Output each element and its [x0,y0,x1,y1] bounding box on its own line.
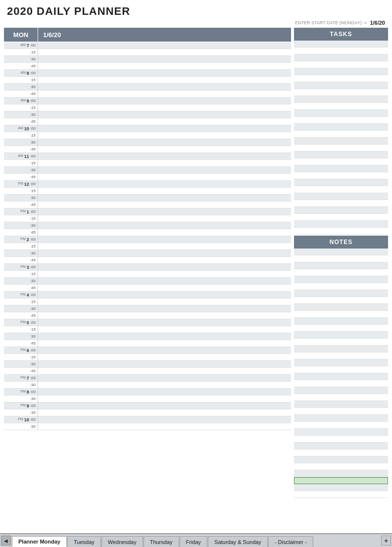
task-row[interactable] [294,214,388,221]
note-row[interactable] [294,477,388,484]
time-row[interactable]: :15 [4,132,291,139]
time-row[interactable]: :45 [4,174,291,181]
time-row[interactable]: :45 [4,340,291,347]
note-row[interactable] [294,262,388,269]
time-row[interactable]: PM5:00 [4,319,291,326]
time-row[interactable]: :45 [4,257,291,264]
tab-nav-prev[interactable]: ◀ [1,536,11,546]
note-row[interactable] [294,304,388,311]
time-row[interactable]: :30 [4,423,291,430]
task-row[interactable] [294,221,388,228]
note-row[interactable] [294,456,388,463]
time-row[interactable]: :45 [4,201,291,208]
task-row[interactable] [294,200,388,207]
time-row[interactable]: :15 [4,271,291,278]
time-row[interactable]: PM10:00 [4,416,291,423]
note-row[interactable] [294,269,388,276]
task-row[interactable] [294,179,388,186]
time-row[interactable]: :30 [4,250,291,257]
tab-add-button[interactable]: + [381,536,391,546]
time-row[interactable]: AM10:00 [4,125,291,132]
time-row[interactable]: :15 [4,354,291,361]
task-row[interactable] [294,89,388,96]
time-row[interactable]: :15 [4,215,291,222]
note-row[interactable] [294,297,388,304]
time-row[interactable]: :15 [4,188,291,195]
time-row[interactable]: :30 [4,396,291,402]
note-row[interactable] [294,429,388,436]
time-row[interactable]: :30 [4,139,291,146]
time-row[interactable]: PM12:00 [4,181,291,188]
task-row[interactable] [294,228,388,235]
time-row[interactable]: :15 [4,298,291,305]
time-row[interactable]: :30 [4,84,291,91]
task-row[interactable] [294,207,388,214]
time-row[interactable]: :15 [4,326,291,333]
note-row[interactable] [294,318,388,325]
time-row[interactable]: AM8:00 [4,70,291,77]
task-row[interactable] [294,138,388,145]
time-row[interactable]: :45 [4,285,291,292]
time-row[interactable]: :30 [4,333,291,340]
time-row[interactable]: PM7:00 [4,375,291,382]
note-row[interactable] [294,436,388,443]
note-row[interactable] [294,408,388,415]
time-row[interactable]: :15 [4,77,291,84]
time-row[interactable]: :30 [4,111,291,118]
note-row[interactable] [294,290,388,297]
task-row[interactable] [294,186,388,193]
time-row[interactable]: :45 [4,63,291,70]
note-row[interactable] [294,352,388,359]
task-row[interactable] [294,82,388,89]
note-row[interactable] [294,415,388,422]
time-row[interactable]: :45 [4,118,291,125]
task-row[interactable] [294,172,388,179]
time-row[interactable]: AM7:00 [4,42,291,49]
task-row[interactable] [294,48,388,54]
task-row[interactable] [294,165,388,172]
task-row[interactable] [294,96,388,103]
time-row[interactable]: :15 [4,243,291,250]
time-row[interactable]: :45 [4,368,291,375]
time-row[interactable]: :45 [4,146,291,153]
tab-saturday--sunday[interactable]: Saturday & Sunday [208,536,268,547]
task-row[interactable] [294,145,388,151]
time-row[interactable]: :15 [4,49,291,56]
tab-thursday[interactable]: Thursday [144,536,179,547]
time-row[interactable]: AM11:00 [4,153,291,160]
time-row[interactable]: :30 [4,382,291,389]
note-row[interactable] [294,359,388,366]
note-row[interactable] [294,484,388,491]
tab-wednesday[interactable]: Wednesday [101,536,143,547]
time-row[interactable]: :30 [4,409,291,416]
note-row[interactable] [294,394,388,401]
note-row[interactable] [294,449,388,456]
note-row[interactable] [294,276,388,283]
task-row[interactable] [294,158,388,165]
task-row[interactable] [294,110,388,117]
time-row[interactable]: :30 [4,195,291,201]
tab-planner-monday[interactable]: Planner Monday [12,536,67,547]
time-row[interactable]: :45 [4,229,291,236]
note-row[interactable] [294,373,388,380]
time-row[interactable]: :45 [4,91,291,98]
time-row[interactable]: PM2:00 [4,236,291,243]
note-row[interactable] [294,443,388,449]
time-row[interactable]: :30 [4,361,291,368]
tab-friday[interactable]: Friday [180,536,208,547]
time-row[interactable]: :30 [4,278,291,285]
note-row[interactable] [294,332,388,339]
time-row[interactable]: :15 [4,104,291,111]
time-row[interactable]: :45 [4,312,291,319]
note-row[interactable] [294,470,388,477]
note-row[interactable] [294,283,388,290]
time-row[interactable]: PM8:00 [4,389,291,396]
task-row[interactable] [294,117,388,124]
tab---disclaimer--[interactable]: - Disclaimer - [268,536,313,547]
note-row[interactable] [294,380,388,387]
task-row[interactable] [294,151,388,158]
time-row[interactable]: :15 [4,160,291,167]
note-row[interactable] [294,422,388,429]
note-row[interactable] [294,249,388,255]
note-row[interactable] [294,346,388,352]
